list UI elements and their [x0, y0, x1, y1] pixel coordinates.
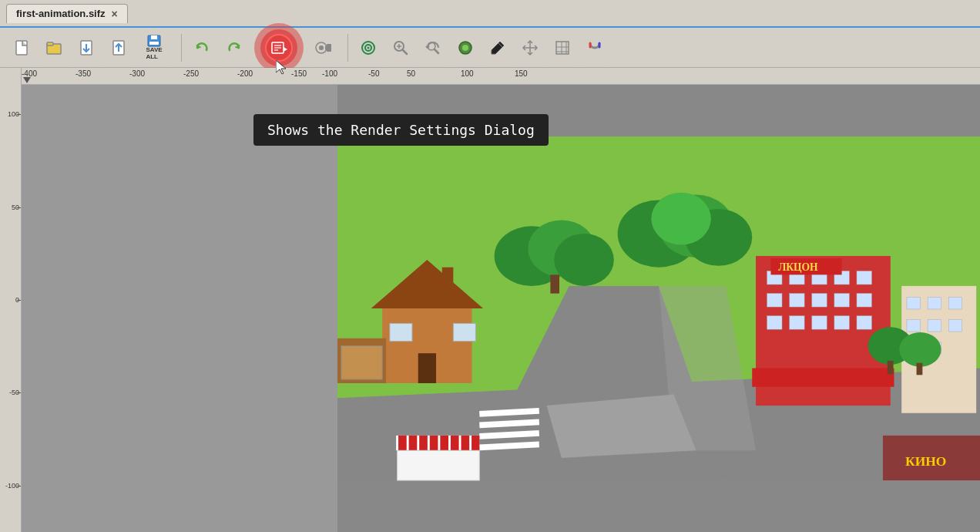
undo-icon [193, 39, 210, 56]
svg-rect-8 [151, 35, 157, 39]
svg-rect-88 [790, 316, 804, 329]
render-play-button[interactable] [308, 32, 339, 63]
svg-rect-2 [47, 42, 53, 45]
svg-text:ЛКЦОН: ЛКЦОН [778, 261, 818, 273]
svg-point-30 [462, 45, 468, 51]
svg-rect-0 [16, 41, 27, 55]
svg-line-28 [435, 49, 438, 53]
canvas-area[interactable]: ЛКЦОН [22, 85, 980, 532]
save-all-icon [146, 35, 162, 47]
horizontal-ruler: -400 -350 -300 -250 -200 -150 -100 -50 5… [22, 68, 980, 85]
svg-rect-82 [767, 294, 782, 307]
svg-rect-99 [907, 320, 920, 332]
svg-point-44 [554, 234, 614, 286]
svg-text:КИНО: КИНО [905, 453, 946, 469]
svg-rect-56 [341, 345, 382, 379]
draw-tool-button[interactable] [482, 32, 513, 63]
svg-line-24 [403, 49, 408, 54]
export-icon [110, 39, 127, 56]
open-button[interactable] [39, 32, 69, 63]
rotate-zoom-icon [425, 39, 441, 56]
svg-rect-118 [398, 450, 480, 480]
h-ruler-label--150: -150 [291, 69, 307, 78]
ruler-position-marker [23, 77, 31, 83]
grid-tool-button[interactable] [547, 32, 578, 63]
tab-bar: first-animation.sifz × [0, 0, 980, 28]
svg-rect-86 [857, 294, 871, 307]
svg-rect-57 [442, 268, 454, 290]
h-ruler-label-100: 100 [461, 69, 474, 78]
smooth-tool-button[interactable] [450, 32, 481, 63]
magnet-tool-button[interactable] [579, 32, 610, 63]
svg-marker-94 [752, 369, 894, 387]
svg-rect-105 [888, 361, 894, 374]
svg-point-49 [651, 193, 711, 245]
svg-rect-34 [556, 42, 569, 54]
svg-rect-85 [834, 294, 849, 307]
zoom-tool-button[interactable] [385, 32, 416, 63]
scene-svg: ЛКЦОН [337, 85, 980, 532]
rotate-zoom-button[interactable] [418, 32, 448, 63]
magnet-icon [586, 39, 603, 56]
render-settings-button[interactable] [254, 23, 304, 72]
import-icon [78, 39, 95, 56]
content-area: -400 -350 -300 -250 -200 -150 -100 -50 5… [22, 68, 980, 532]
redo-button[interactable] [219, 32, 250, 63]
separator-2 [344, 34, 348, 62]
open-icon [45, 39, 62, 56]
h-ruler-label-50: 50 [407, 69, 415, 78]
toolbar: SAVEALL [0, 28, 980, 68]
svg-marker-14 [284, 47, 287, 52]
import-button[interactable] [71, 32, 102, 63]
target-tool-button[interactable] [353, 32, 384, 63]
redo-icon [226, 39, 243, 56]
render-play-icon [315, 39, 332, 56]
h-ruler-label--200: -200 [237, 69, 253, 78]
h-ruler-label--350: -350 [76, 69, 91, 78]
tab-filename: first-animation.sifz [16, 8, 106, 19]
save-all-label: SAVEALL [146, 47, 162, 61]
zoom-icon [392, 39, 409, 56]
svg-rect-107 [917, 363, 923, 375]
svg-rect-87 [767, 316, 782, 329]
svg-rect-84 [812, 294, 827, 307]
render-btn-core[interactable] [265, 34, 293, 62]
draw-icon [489, 39, 506, 56]
tab-close-button[interactable]: × [112, 8, 118, 20]
svg-rect-89 [812, 316, 827, 329]
canvas-scene: ЛКЦОН [337, 85, 980, 532]
svg-rect-91 [857, 316, 871, 329]
render-icon [270, 39, 287, 56]
svg-rect-81 [857, 271, 871, 285]
svg-point-17 [319, 45, 324, 50]
svg-rect-83 [790, 294, 804, 307]
svg-point-22 [368, 46, 370, 49]
h-ruler-label--100: -100 [322, 69, 337, 78]
svg-rect-9 [149, 42, 159, 45]
grid-icon [554, 39, 571, 56]
svg-rect-97 [928, 297, 941, 309]
svg-rect-98 [948, 297, 962, 309]
smooth-icon [457, 39, 474, 56]
new-button[interactable] [6, 32, 37, 63]
file-tab[interactable]: first-animation.sifz × [6, 4, 128, 23]
svg-rect-53 [390, 323, 412, 341]
svg-rect-100 [928, 320, 941, 332]
undo-button[interactable] [186, 32, 217, 63]
transform-tool-button[interactable] [515, 32, 545, 63]
new-icon [13, 39, 30, 56]
export-button[interactable] [103, 32, 134, 63]
vertical-ruler: 100 50 0 -50 -100 [0, 68, 22, 532]
svg-rect-96 [907, 297, 920, 309]
save-all-button[interactable]: SAVEALL [136, 32, 173, 63]
h-ruler-label--300: -300 [129, 69, 145, 78]
svg-rect-52 [418, 353, 436, 383]
canvas-left-blank [22, 85, 337, 532]
separator-1 [177, 34, 182, 62]
svg-rect-54 [453, 323, 475, 341]
svg-point-106 [899, 332, 941, 367]
h-ruler-label-150: 150 [515, 69, 528, 78]
h-ruler-label--250: -250 [183, 69, 199, 78]
svg-rect-45 [550, 274, 559, 293]
transform-icon [522, 39, 539, 56]
